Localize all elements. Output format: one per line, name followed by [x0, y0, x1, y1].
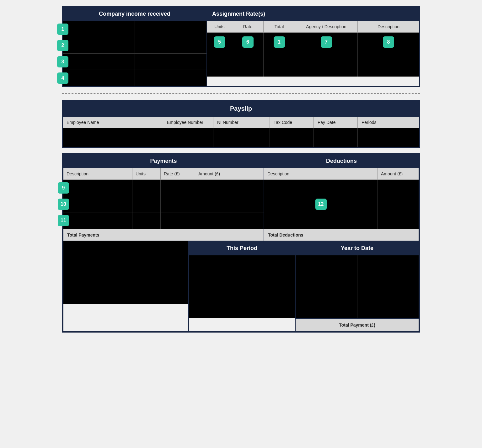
badge-3: 3: [57, 56, 68, 67]
ar-col-agency-header: Agency / Description: [295, 21, 358, 32]
company-income-rows: 1 2 3 4: [63, 21, 206, 86]
emp-col-paydate: Pay Date: [314, 117, 358, 128]
emp-col-number: Employee Number: [163, 117, 213, 128]
pay-row-11: 11: [63, 212, 264, 229]
pay-cell-9-amount: [195, 180, 264, 196]
ar-data-rate: 6: [232, 33, 264, 77]
total-deductions-label: Total Deductions: [268, 232, 374, 237]
total-deductions-value: [374, 232, 415, 237]
company-income-row-4: 4: [63, 70, 206, 86]
emp-data-tax: [270, 128, 314, 147]
payments-data-rows: 9 10 11: [63, 180, 264, 229]
this-period-title: This Period: [189, 241, 295, 255]
pay-cell-10-desc: [63, 196, 132, 212]
pay-cell-11-desc: [63, 212, 132, 229]
company-income-cell-1a: [63, 21, 135, 37]
payments-deductions-section: Payments Description Units Rate (£) Amou…: [63, 153, 419, 241]
bottom-left-data: [63, 241, 188, 304]
assignment-rates-title: Assignment Rate(s): [207, 7, 419, 21]
deductions-amount-area: [378, 180, 419, 229]
badge-4: 4: [57, 72, 68, 84]
company-income-cell-4a: [63, 70, 135, 86]
ar-data-units: 5: [207, 33, 232, 77]
pay-cell-10-units: [132, 196, 161, 212]
ar-col-rate-header: Rate: [232, 21, 264, 32]
payslip-employee-headers: Employee Name Employee Number NI Number …: [63, 117, 419, 128]
total-deductions-row: Total Deductions: [264, 229, 419, 241]
badge-10: 10: [58, 199, 69, 210]
deductions-block: Deductions Description Amount (£) 12 Tot…: [264, 154, 419, 241]
payslip-employee-data: [63, 128, 419, 147]
emp-data-ni: [213, 128, 270, 147]
emp-data-periods: [358, 128, 419, 147]
total-payment-row: Total Payment (£): [296, 318, 419, 331]
pay-cell-11-amount: [195, 212, 264, 229]
pay-cell-9-rate: [161, 180, 195, 196]
company-income-cell-2b: [135, 37, 207, 53]
year-to-date-data: [296, 255, 419, 318]
ar-data-desc: 8: [358, 33, 419, 77]
pay-col-desc: Description: [63, 168, 132, 179]
ar-col-units-header: Units: [207, 21, 232, 32]
total-payments-row: Total Payments: [63, 229, 264, 241]
payslip-title: Payslip: [63, 101, 419, 117]
ar-col-desc-header: Description: [358, 21, 419, 32]
badge-1-ar: 1: [274, 36, 285, 48]
payments-title: Payments: [63, 154, 264, 168]
pay-cell-11-rate: [161, 212, 195, 229]
ded-col-desc: Description: [264, 168, 378, 179]
badge-6: 6: [242, 36, 254, 48]
pay-cell-10-amount: [195, 196, 264, 212]
badge-11: 11: [58, 215, 69, 226]
deductions-col-headers: Description Amount (£): [264, 168, 419, 180]
payments-col-headers: Description Units Rate (£) Amount (£): [63, 168, 264, 180]
ar-col-total-header: Total: [264, 21, 295, 32]
emp-col-tax: Tax Code: [270, 117, 314, 128]
company-income-cell-3a: [63, 54, 135, 70]
bottom-left-cell-1: [63, 241, 126, 304]
pay-col-rate: Rate (£): [161, 168, 195, 179]
total-payment-label: Total Payment (£): [339, 323, 375, 328]
badge-12: 12: [315, 199, 327, 210]
badge-2: 2: [57, 40, 68, 51]
assignment-rates-data: 5 6 1 7 8: [207, 33, 419, 77]
company-income-row-3: 3: [63, 54, 206, 70]
deductions-desc-area: 12: [264, 180, 378, 229]
emp-data-number: [163, 128, 213, 147]
payments-block: Payments Description Units Rate (£) Amou…: [63, 154, 264, 241]
pay-cell-9-units: [132, 180, 161, 196]
ded-col-amount: Amount (£): [378, 168, 419, 179]
bottom-left-block: [63, 241, 189, 331]
year-to-date-block: Year to Date Total Payment (£): [296, 241, 419, 331]
badge-5: 5: [214, 36, 225, 48]
this-period-cell-1: [189, 255, 242, 318]
pay-row-10: 10: [63, 196, 264, 212]
badge-1: 1: [57, 24, 68, 35]
pay-row-9: 9: [63, 180, 264, 196]
year-to-date-cell-1: [296, 255, 357, 318]
badge-8: 8: [383, 36, 394, 48]
bottom-section: This Period Year to Date Total Payment (…: [63, 241, 419, 332]
company-income-cell-1b: [135, 21, 207, 37]
company-income-row-1: 1: [63, 21, 206, 37]
pay-col-amount: Amount (£): [195, 168, 264, 179]
emp-data-name: [63, 128, 163, 147]
bottom-left-cell-2: [126, 241, 189, 304]
emp-col-periods: Periods: [358, 117, 419, 128]
pay-col-units: Units: [132, 168, 161, 179]
pay-cell-9-desc: [63, 180, 132, 196]
ar-data-total: 1: [264, 33, 295, 77]
total-payments-label: Total Payments: [67, 232, 260, 237]
company-income-cell-4b: [135, 70, 207, 86]
deductions-title: Deductions: [264, 154, 419, 168]
company-income-block: Company income received 1 2 3: [63, 7, 207, 86]
deductions-data-area: 12: [264, 180, 419, 229]
this-period-cell-2: [242, 255, 295, 318]
badge-7: 7: [321, 36, 332, 48]
emp-col-ni: NI Number: [213, 117, 270, 128]
company-income-title: Company income received: [63, 7, 206, 21]
payslip-section: Payslip Employee Name Employee Number NI…: [62, 100, 420, 148]
this-period-data: [189, 255, 295, 318]
assignment-rates-col-headers: Units Rate Total Agency / Description De…: [207, 21, 419, 33]
pay-cell-10-rate: [161, 196, 195, 212]
